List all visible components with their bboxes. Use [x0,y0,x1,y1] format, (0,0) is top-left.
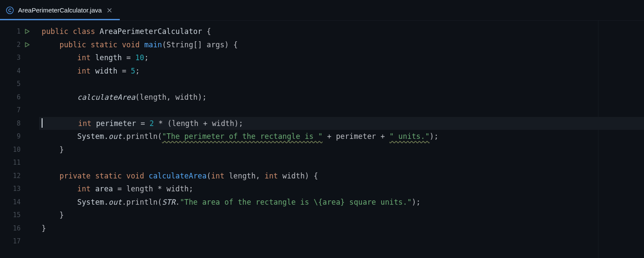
minimap-separator [598,21,598,258]
line-number: 13 [13,182,21,196]
line-number: 4 [13,64,21,78]
class-circle-icon [6,6,14,14]
gutter-row: 8 [0,117,39,130]
gutter-row: 6 [0,91,39,104]
code-line[interactable]: } [39,209,644,222]
line-number: 6 [13,91,21,104]
code-line[interactable]: } [39,222,644,235]
line-number: 2 [13,38,21,52]
line-number: 3 [13,51,21,64]
code-line[interactable]: System.out.println("The perimeter of the… [39,130,644,143]
code-line[interactable] [39,156,644,169]
file-tab-label: AreaPerimeterCalculator.java [18,6,102,14]
code-line[interactable]: public class AreaPerimeterCalculator { [39,25,644,38]
line-number: 16 [13,222,21,235]
gutter-row: 9 [0,130,39,143]
gutter-row: 4 [0,64,39,78]
code-line[interactable]: public static void main(String[] args) { [39,38,644,52]
code-line[interactable] [39,104,644,117]
code-line[interactable]: int length = 10; [39,51,644,64]
run-gutter-icon[interactable] [24,28,30,34]
code-line[interactable]: int area = length * width; [39,182,644,196]
code-line[interactable]: System.out.println(STR."The area of the … [39,196,644,209]
code-line-active[interactable]: int perimeter = 2 * (length + width); [39,117,644,130]
gutter-row: 16 [0,222,39,235]
close-icon[interactable] [106,7,113,14]
svg-point-0 [6,7,13,14]
code-line[interactable] [39,77,644,91]
code-line[interactable]: } [39,143,644,157]
gutter-row: 1 [0,25,39,38]
tab-bar: AreaPerimeterCalculator.java [0,0,644,21]
text-cursor [42,118,43,128]
line-number: 9 [13,130,21,143]
gutter-row: 5 [0,77,39,91]
code-area[interactable]: public class AreaPerimeterCalculator { p… [39,21,644,258]
code-line[interactable]: calculateArea(length, width); [39,91,644,104]
line-number: 14 [13,196,21,209]
line-number-gutter: 1234567891011121314151617 [0,21,39,258]
gutter-row: 7 [0,104,39,117]
code-line[interactable]: int width = 5; [39,64,644,78]
line-number: 17 [13,235,21,248]
line-number: 5 [13,77,21,91]
code-line[interactable]: private static void calculateArea(int le… [39,169,644,183]
gutter-row: 3 [0,51,39,64]
run-gutter-icon[interactable] [24,42,30,48]
file-tab[interactable]: AreaPerimeterCalculator.java [0,0,120,20]
gutter-row: 14 [0,196,39,209]
gutter-row: 15 [0,209,39,222]
line-number: 8 [13,117,21,130]
gutter-row: 2 [0,38,39,52]
line-number: 1 [13,25,21,38]
gutter-row: 17 [0,235,39,248]
line-number: 7 [13,104,21,117]
line-number: 11 [13,156,21,169]
line-number: 12 [13,169,21,183]
code-editor[interactable]: 1234567891011121314151617 public class A… [0,21,644,258]
code-line[interactable] [39,235,644,248]
line-number: 10 [13,143,21,157]
gutter-row: 13 [0,182,39,196]
gutter-row: 12 [0,169,39,183]
gutter-row: 10 [0,143,39,157]
gutter-row: 11 [0,156,39,169]
line-number: 15 [13,209,21,222]
